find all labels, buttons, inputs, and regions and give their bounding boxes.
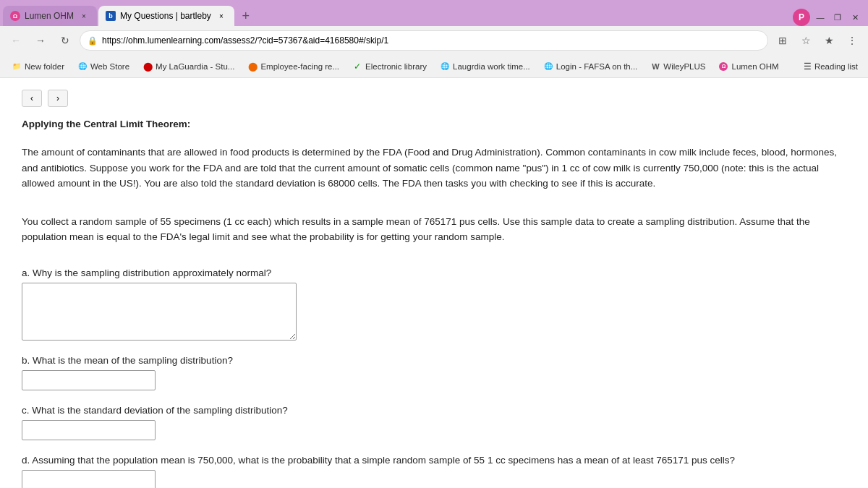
bookmark-login-fafsa[interactable]: 🌐 Login - FAFSA on th... — [537, 59, 644, 74]
part-d-section: d. Assuming that the population mean is … — [22, 455, 846, 488]
part-a-section: a. Why is the sampling distribution appr… — [22, 267, 846, 341]
back-button[interactable]: ← — [6, 30, 26, 51]
work-icon: 🌐 — [440, 61, 450, 72]
page-top-bar: ‹ › — [22, 90, 846, 107]
more-button[interactable]: ⋮ — [842, 30, 862, 51]
bookmark-employee-label: Employee-facing re... — [260, 62, 339, 71]
bookmark-wileyplus[interactable]: W WileyPLUS — [644, 59, 711, 74]
page-heading: Applying the Central Limit Theorem: — [22, 119, 846, 129]
bookmark-web-store-label: Web Store — [90, 62, 129, 71]
new-tab-button[interactable]: + — [236, 6, 256, 26]
forward-button[interactable]: → — [30, 30, 51, 51]
close-button[interactable]: ✕ — [848, 10, 862, 25]
address-bar-row: ← → ↻ 🔒 https://ohm.lumenlearning.com/as… — [0, 26, 868, 55]
profile-avatar[interactable]: P — [793, 9, 810, 26]
part-c-label: c. What is the standard deviation of the… — [22, 405, 846, 416]
lumen-bm-icon: Ω — [718, 61, 728, 72]
tab-lumen-label: Lumen OHM — [25, 11, 74, 21]
tab-bartleby[interactable]: b My Questions | bartleby × — [98, 6, 234, 26]
bookmark-star-button[interactable]: ☆ — [796, 30, 816, 51]
bartleby-favicon: b — [106, 11, 116, 21]
page-content: ‹ › Applying the Central Limit Theorem: … — [0, 78, 868, 488]
browser-chrome: Ω Lumen OHM × b My Questions | bartleby … — [0, 0, 868, 488]
bookmark-library-label: Electronic library — [365, 62, 427, 71]
maximize-button[interactable]: ❐ — [830, 10, 845, 25]
lumen-favicon: Ω — [10, 11, 20, 21]
part-a-textarea[interactable] — [22, 283, 297, 341]
bookmark-lumen-bm-label: Lumen OHM — [731, 62, 778, 71]
tab-bar: Ω Lumen OHM × b My Questions | bartleby … — [0, 0, 868, 26]
para2: You collect a random sample of 55 specim… — [22, 214, 846, 245]
intro-paragraph: The amount of contaminants that are allo… — [22, 145, 846, 192]
folder-icon: 📁 — [12, 61, 22, 72]
part-c-section: c. What is the standard deviation of the… — [22, 405, 846, 440]
tab-bartleby-label: My Questions | bartleby — [120, 11, 211, 21]
part-d-label: d. Assuming that the population mean is … — [22, 455, 846, 466]
bookmark-wiley-label: WileyPLUS — [663, 62, 705, 71]
bookmark-lumen-ohm-bm[interactable]: Ω Lumen OHM — [712, 59, 784, 74]
part-b-label: b. What is the mean of the sampling dist… — [22, 355, 846, 366]
part-a-label: a. Why is the sampling distribution appr… — [22, 267, 846, 278]
fafsa-icon: 🌐 — [543, 61, 553, 72]
bookmark-laguardia[interactable]: ⬤ My LaGuardia - Stu... — [137, 59, 240, 74]
address-box[interactable]: 🔒 https://ohm.lumenlearning.com/assess2/… — [80, 30, 768, 51]
employee-icon: ⬤ — [247, 61, 258, 72]
lock-icon: 🔒 — [88, 36, 98, 46]
bookmarks-bar: 📁 New folder 🌐 Web Store ⬤ My LaGuardia … — [0, 55, 868, 78]
bookmark-employee-facing[interactable]: ⬤ Employee-facing re... — [242, 59, 345, 74]
part-c-input[interactable] — [22, 420, 156, 440]
bookmark-new-folder-label: New folder — [25, 62, 64, 71]
bookmark-electronic-library[interactable]: ✓ Electronic library — [346, 59, 433, 74]
reading-list-label: Reading list — [814, 62, 858, 71]
tab-lumen-ohm[interactable]: Ω Lumen OHM × — [3, 6, 97, 26]
reading-list-icon: ☰ — [804, 61, 812, 72]
prev-page-button[interactable]: ‹ — [22, 90, 42, 107]
extensions-button[interactable]: ⊞ — [773, 30, 793, 51]
wiley-icon: W — [650, 61, 660, 72]
part-d-input[interactable] — [22, 470, 156, 488]
tab-lumen-close[interactable]: × — [78, 10, 90, 22]
bookmark-laugrdia-work[interactable]: 🌐 Laugrdia work time... — [434, 59, 536, 74]
window-controls: P — ❐ ✕ — [793, 9, 868, 26]
address-text: https://ohm.lumenlearning.com/assess2/?c… — [102, 35, 760, 46]
refresh-button[interactable]: ↻ — [55, 30, 75, 51]
bookmark-work-label: Laugrdia work time... — [453, 62, 530, 71]
address-actions: ⊞ ☆ ★ ⋮ — [773, 30, 862, 51]
bookmark-new-folder[interactable]: 📁 New folder — [6, 59, 70, 74]
library-icon: ✓ — [352, 61, 362, 72]
tab-bartleby-close[interactable]: × — [216, 10, 227, 22]
next-page-button[interactable]: › — [48, 90, 68, 107]
bookmark-web-store[interactable]: 🌐 Web Store — [72, 59, 135, 74]
minimize-button[interactable]: — — [813, 10, 827, 25]
profile-button[interactable]: ★ — [819, 30, 839, 51]
part-b-input[interactable] — [22, 370, 156, 390]
reading-list-button[interactable]: ☰ Reading list — [799, 59, 862, 74]
bookmark-laguardia-label: My LaGuardia - Stu... — [156, 62, 234, 71]
web-store-icon: 🌐 — [77, 61, 88, 72]
laguardia-icon: ⬤ — [142, 61, 153, 72]
part-b-section: b. What is the mean of the sampling dist… — [22, 355, 846, 390]
bookmark-fafsa-label: Login - FAFSA on th... — [556, 62, 638, 71]
